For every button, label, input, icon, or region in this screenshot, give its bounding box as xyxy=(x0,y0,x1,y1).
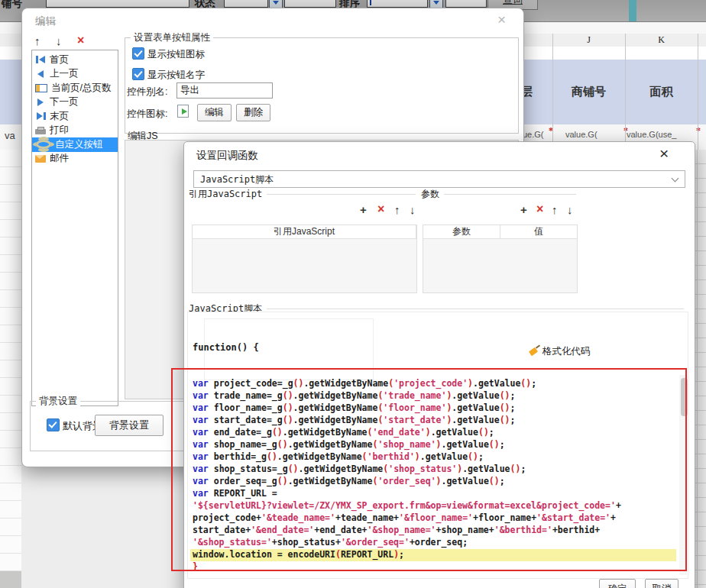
code-string-token: '&end_date=' xyxy=(251,525,314,535)
button-list-item-mail[interactable]: 邮件 xyxy=(32,152,118,166)
shop-no-input[interactable] xyxy=(46,0,189,8)
sheet-right-gridline xyxy=(697,150,698,588)
sort-input[interactable] xyxy=(367,0,428,8)
edit-dialog-close-icon[interactable]: × xyxy=(497,12,506,27)
formula-flag-icon: * xyxy=(696,125,701,137)
code-string-token: 'start_date' xyxy=(383,415,446,425)
cell-formula-j[interactable]: value.G( xyxy=(565,130,598,139)
sort-input2[interactable] xyxy=(445,0,487,8)
widget-alias-input[interactable] xyxy=(176,82,273,99)
value-column-header[interactable]: 值 xyxy=(500,225,577,238)
reference-js-table[interactable]: 引用JavaScript xyxy=(192,225,417,293)
move-up-icon[interactable]: ↑ xyxy=(34,34,40,47)
show-button-name-checkbox[interactable] xyxy=(132,68,144,80)
code-line: '${servletURL}?viewlet=/ZX/YMX_SP_export… xyxy=(190,500,676,512)
cell-formula-i[interactable]: ue.G( xyxy=(523,130,544,139)
cell-formula-left[interactable]: va xyxy=(5,130,15,141)
reference-delete-icon[interactable]: × xyxy=(377,202,384,216)
code-string-token: '&shop_status=' xyxy=(193,537,272,548)
code-bracket-token: ) xyxy=(283,476,288,486)
show-button-icon-checkbox[interactable] xyxy=(132,47,144,60)
button-list-item-label: 邮件 xyxy=(50,152,69,165)
reference-up-icon[interactable]: ↑ xyxy=(394,203,400,216)
print-icon xyxy=(35,129,46,134)
column-header-j[interactable]: J xyxy=(552,34,625,47)
js-code-area[interactable]: var project_code=_g().getWidgetByName('p… xyxy=(190,378,676,573)
params-table[interactable]: 参数 值 xyxy=(423,225,578,293)
code-line: } xyxy=(190,561,676,573)
reference-down-icon[interactable]: ↓ xyxy=(410,203,416,216)
cell-area[interactable]: 面积 xyxy=(625,60,698,124)
code-bracket-token: ) xyxy=(415,451,420,462)
callback-type-select[interactable]: JavaScript脚本 xyxy=(193,170,685,188)
icon-edit-button[interactable]: 编辑 xyxy=(197,104,232,121)
button-list-item-gear[interactable]: 自定义按钮 xyxy=(32,137,118,152)
reference-js-column-header[interactable]: 引用JavaScript xyxy=(193,225,416,238)
code-line: var REPORT_URL = xyxy=(190,488,676,500)
next-page-icon xyxy=(35,98,46,107)
button-list-item-prev-page[interactable]: 上一页 xyxy=(32,67,118,82)
cancel-button[interactable]: 取消 xyxy=(645,579,678,588)
format-code-button[interactable]: 格式化代码 xyxy=(542,345,591,358)
reference-add-icon[interactable]: + xyxy=(360,203,367,216)
button-type-list: 首页上一页当前页/总页数下一页末页打印自定义按钮邮件 xyxy=(31,50,118,406)
code-keyword-token: var xyxy=(193,439,209,450)
default-background-checkbox[interactable] xyxy=(47,418,60,431)
icon-delete-button[interactable]: 删除 xyxy=(236,104,270,121)
callback-dialog: 设置回调函数 × JavaScript脚本 引用JavaScript + × ↑… xyxy=(183,141,695,588)
button-list-item-label: 下一页 xyxy=(50,95,79,108)
code-keyword-token: var xyxy=(193,488,209,499)
code-line: var shop_name=_g().getWidgetByName('shop… xyxy=(190,439,676,451)
cell-formula-k[interactable]: value.G(use_ xyxy=(627,130,676,139)
first-page-icon xyxy=(35,55,46,64)
code-line: var end_date=_g().getWidgetByName('end_d… xyxy=(190,427,676,439)
code-line: project_code+'&teade_name='+teade_name+'… xyxy=(190,512,676,525)
background-settings-button[interactable]: 背景设置 xyxy=(95,415,164,436)
cell-shop-no[interactable]: 商铺号 xyxy=(552,60,625,124)
ok-button[interactable]: 确定 xyxy=(599,579,636,588)
params-add-icon[interactable]: + xyxy=(520,203,527,216)
background-settings-group-title: 背景设置 xyxy=(36,395,80,408)
chevron-down-icon xyxy=(672,175,679,183)
code-string-token: '&berthid=' xyxy=(494,525,552,535)
code-bracket-token: ( xyxy=(283,415,288,425)
code-bracket-token: ( xyxy=(500,415,505,425)
params-down-icon[interactable]: ↓ xyxy=(567,203,573,216)
sheet-left-rows xyxy=(0,150,21,571)
button-list-item-last-page[interactable]: 末页 xyxy=(32,109,118,124)
column-header-k[interactable]: K xyxy=(625,34,698,47)
code-keyword-token: var xyxy=(193,476,209,486)
code-keyword-token: var xyxy=(193,451,209,462)
widget-alias-label: 控件别名: xyxy=(127,86,167,99)
code-bracket-token: ) xyxy=(446,402,452,413)
code-string-token: 'end_date' xyxy=(372,427,425,438)
delete-icon[interactable]: × xyxy=(77,34,84,47)
code-line: var floor_name=_g().getWidgetByName('flo… xyxy=(190,402,676,415)
callback-dialog-close-icon[interactable]: × xyxy=(659,146,669,160)
sheet-left-footer xyxy=(0,571,21,588)
button-list-item-label: 首页 xyxy=(50,53,69,66)
code-scrollbar-thumb[interactable] xyxy=(681,378,688,416)
button-list-item-first-page[interactable]: 首页 xyxy=(32,53,118,67)
move-down-icon[interactable]: ↓ xyxy=(56,34,62,47)
code-bracket-token: ) xyxy=(299,378,304,389)
button-list-item-page-count[interactable]: 当前页/总页数 xyxy=(32,81,118,95)
params-up-icon[interactable]: ↑ xyxy=(552,203,558,216)
code-string-token: 'order_seq' xyxy=(377,476,436,486)
status-input2[interactable] xyxy=(284,0,336,8)
code-bracket-token: ( xyxy=(335,549,341,560)
gear-icon xyxy=(36,140,51,149)
params-column-header[interactable]: 参数 xyxy=(423,225,500,238)
code-string-token: 'berthid' xyxy=(368,451,415,462)
code-bracket-token: ) xyxy=(446,390,452,401)
status-input[interactable] xyxy=(224,0,268,8)
params-delete-icon[interactable]: × xyxy=(536,202,543,216)
code-bracket-token: ) xyxy=(494,439,500,450)
button-list-item-next-page[interactable]: 下一页 xyxy=(32,95,118,110)
code-bracket-token: ) xyxy=(293,464,299,474)
button-properties-group-title: 设置表单按钮属性 xyxy=(131,31,213,44)
show-button-icon-label: 显示按钮图标 xyxy=(147,48,205,61)
code-line: var shop_status=_g().getWidgetByName('sh… xyxy=(190,464,676,476)
button-list-item-print[interactable]: 打印 xyxy=(32,124,118,138)
code-string-token: 'project_code' xyxy=(393,378,468,389)
